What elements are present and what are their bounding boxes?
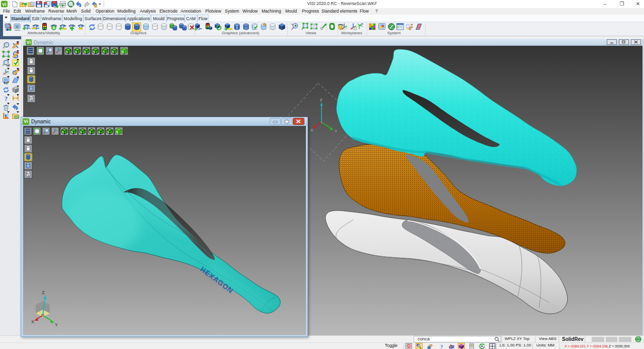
svg-text:X: X (31, 319, 34, 324)
svg-text:Z: Z (42, 290, 45, 295)
svg-text:Y: Y (55, 322, 58, 327)
svg-text:Vi: Vi (2, 2, 6, 7)
svg-text:X: X (310, 128, 313, 132)
svg-text:Y: Y (335, 129, 338, 133)
svg-text:?: ? (440, 343, 443, 349)
svg-text:Z: Z (320, 98, 323, 102)
svg-text:?: ? (5, 95, 8, 102)
